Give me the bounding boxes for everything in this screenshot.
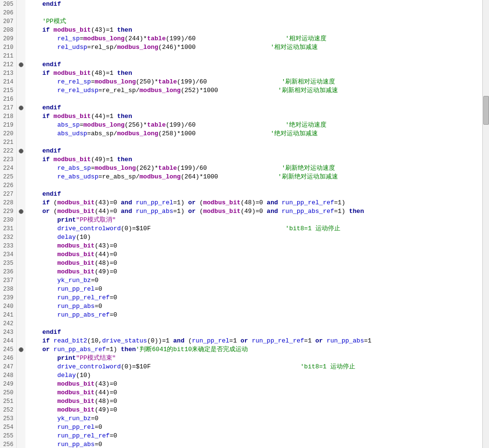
table-row: 227 endif xyxy=(0,190,482,199)
breakpoint-col[interactable] xyxy=(17,155,25,164)
line-number: 209 xyxy=(0,35,17,43)
scrollbar-right[interactable] xyxy=(482,0,489,448)
code-line: if (modbus_bit(43)=0 and run_pp_rel=1) o… xyxy=(25,199,482,207)
breakpoint-col[interactable] xyxy=(17,69,25,78)
breakpoint-col[interactable] xyxy=(17,130,25,138)
breakpoint-col[interactable] xyxy=(17,337,25,345)
breakpoint-col[interactable] xyxy=(17,432,25,440)
breakpoint-col[interactable] xyxy=(17,440,25,448)
line-number: 243 xyxy=(0,328,17,337)
breakpoint-col[interactable] xyxy=(17,112,25,121)
code-line: abs_sp=modbus_long(256)*table(199)/60 '绝… xyxy=(25,121,482,130)
breakpoint-col[interactable] xyxy=(17,345,25,354)
line-number: 229 xyxy=(0,207,17,216)
table-row: 219 abs_sp=modbus_long(256)*table(199)/6… xyxy=(0,121,482,130)
breakpoint-col[interactable] xyxy=(17,207,25,216)
breakpoint-col[interactable] xyxy=(17,311,25,319)
line-number: 207 xyxy=(0,17,17,26)
line-number: 218 xyxy=(0,112,17,121)
code-line: modbus_bit(48)=0 xyxy=(25,259,482,268)
breakpoint-col[interactable] xyxy=(17,95,25,104)
table-row: 246 print"PP模式结束" xyxy=(0,354,482,363)
breakpoint-col[interactable] xyxy=(17,78,25,86)
code-line: run_pp_rel=0 xyxy=(25,423,482,432)
breakpoint-col[interactable] xyxy=(17,397,25,406)
breakpoint-col[interactable] xyxy=(17,181,25,190)
code-line: if modbus_bit(49)=1 then xyxy=(25,155,482,164)
line-number: 212 xyxy=(0,60,17,69)
table-row: 250 modbus_bit(44)=0 xyxy=(0,389,482,397)
breakpoint-col[interactable] xyxy=(17,35,25,43)
table-row: 241 run_pp_abs_ref=0 xyxy=(0,311,482,319)
breakpoint-col[interactable] xyxy=(17,319,25,328)
breakpoint-col[interactable] xyxy=(17,43,25,52)
table-row: 256 run_pp_abs=0 xyxy=(0,440,482,448)
table-row: 232 delay(10) xyxy=(0,233,482,242)
breakpoint-col[interactable] xyxy=(17,60,25,69)
breakpoint-col[interactable] xyxy=(17,190,25,199)
breakpoint-col[interactable] xyxy=(17,423,25,432)
table-row: 243 endif xyxy=(0,328,482,337)
table-row: 216 xyxy=(0,95,482,104)
table-row: 245 or run_pp_abs_ref=1) then'判断6041的bit… xyxy=(0,345,482,354)
breakpoint-col[interactable] xyxy=(17,389,25,397)
line-number: 240 xyxy=(0,302,17,311)
code-line xyxy=(25,319,482,328)
table-row: 222 endif xyxy=(0,147,482,155)
breakpoint-col[interactable] xyxy=(17,259,25,268)
breakpoint-col[interactable] xyxy=(17,285,25,294)
breakpoint-col[interactable] xyxy=(17,26,25,35)
breakpoint-col[interactable] xyxy=(17,9,25,17)
breakpoint-col[interactable] xyxy=(17,406,25,414)
code-area[interactable]: 205 endif206 207 'PP模式208 if modbus_bit(… xyxy=(0,0,482,448)
breakpoint-col[interactable] xyxy=(17,302,25,311)
code-line: or run_pp_abs_ref=1) then'判断6041的bit10来确… xyxy=(25,345,482,354)
line-number: 253 xyxy=(0,414,17,423)
breakpoint-col[interactable] xyxy=(17,268,25,276)
line-number: 236 xyxy=(0,268,17,276)
line-number: 256 xyxy=(0,440,17,448)
breakpoint-col[interactable] xyxy=(17,199,25,207)
breakpoint-col[interactable] xyxy=(17,276,25,285)
table-row: 249 modbus_bit(43)=0 xyxy=(0,380,482,389)
breakpoint-col[interactable] xyxy=(17,138,25,147)
breakpoint-col[interactable] xyxy=(17,164,25,173)
breakpoint-indicator xyxy=(19,62,23,67)
code-line: yk_run_bz=0 xyxy=(25,414,482,423)
breakpoint-col[interactable] xyxy=(17,104,25,112)
breakpoint-col[interactable] xyxy=(17,242,25,250)
breakpoint-col[interactable] xyxy=(17,86,25,95)
breakpoint-col[interactable] xyxy=(17,173,25,181)
line-number: 234 xyxy=(0,250,17,259)
breakpoint-col[interactable] xyxy=(17,380,25,389)
breakpoint-col[interactable] xyxy=(17,363,25,371)
line-number: 217 xyxy=(0,104,17,112)
breakpoint-col[interactable] xyxy=(17,328,25,337)
scrollbar-thumb[interactable] xyxy=(483,96,489,125)
editor-container: 205 endif206 207 'PP模式208 if modbus_bit(… xyxy=(0,0,489,448)
breakpoint-col[interactable] xyxy=(17,216,25,224)
breakpoint-col[interactable] xyxy=(17,0,25,9)
breakpoint-col[interactable] xyxy=(17,354,25,363)
table-row: 239 run_pp_rel_ref=0 xyxy=(0,294,482,302)
code-line: rel_udsp=rel_sp/modbus_long(246)*1000 '相… xyxy=(25,43,482,52)
breakpoint-col[interactable] xyxy=(17,147,25,155)
breakpoint-col[interactable] xyxy=(17,233,25,242)
line-number: 238 xyxy=(0,285,17,294)
line-number: 227 xyxy=(0,190,17,199)
table-row: 209 rel_sp=modbus_long(244)*table(199)/6… xyxy=(0,35,482,43)
breakpoint-col[interactable] xyxy=(17,17,25,26)
breakpoint-col[interactable] xyxy=(17,224,25,233)
table-row: 237 yk_run_bz=0 xyxy=(0,276,482,285)
breakpoint-col[interactable] xyxy=(17,294,25,302)
breakpoint-col[interactable] xyxy=(17,121,25,130)
code-line: delay(10) xyxy=(25,233,482,242)
breakpoint-col[interactable] xyxy=(17,371,25,380)
breakpoint-col[interactable] xyxy=(17,250,25,259)
table-row: 207 'PP模式 xyxy=(0,17,482,26)
code-line: delay(10) xyxy=(25,371,482,380)
breakpoint-col[interactable] xyxy=(17,414,25,423)
line-number: 226 xyxy=(0,181,17,190)
breakpoint-col[interactable] xyxy=(17,52,25,60)
code-line xyxy=(25,9,482,17)
